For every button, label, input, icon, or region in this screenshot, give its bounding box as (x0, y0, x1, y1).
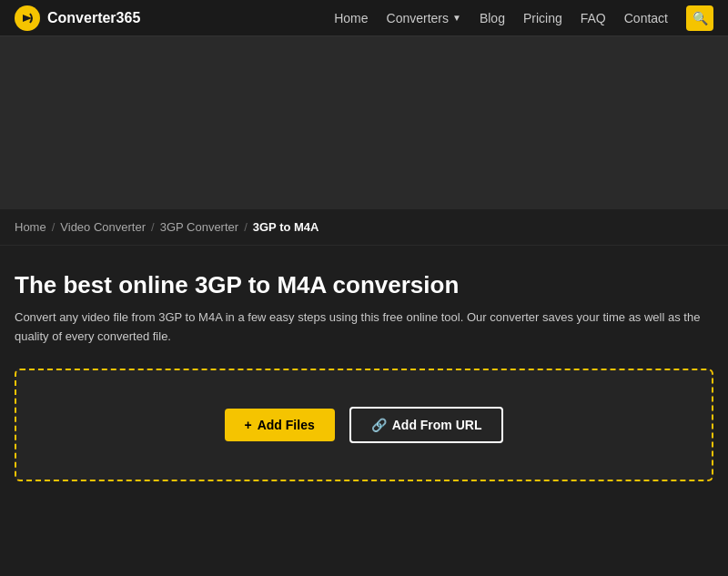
ad-banner (0, 36, 728, 209)
nav-converters[interactable]: Converters ▼ (387, 11, 461, 25)
logo[interactable]: Converter365 (15, 5, 140, 31)
site-header: Converter365 Home Converters ▼ Blog Pric… (0, 0, 728, 36)
logo-text: Converter365 (47, 10, 140, 26)
breadcrumb-separator-3: / (244, 220, 248, 234)
add-url-label: Add From URL (392, 418, 482, 432)
breadcrumb-separator-1: / (52, 220, 56, 234)
add-files-label: Add Files (258, 418, 315, 432)
breadcrumb: Home / Video Converter / 3GP Converter /… (0, 209, 728, 246)
page-description: Convert any video file from 3GP to M4A i… (15, 308, 706, 347)
page-title: The best online 3GP to M4A conversion (15, 271, 713, 299)
logo-icon (15, 5, 40, 31)
add-url-button[interactable]: 🔗 Add From URL (349, 407, 504, 443)
nav-faq[interactable]: FAQ (581, 11, 606, 25)
nav-contact[interactable]: Contact (624, 11, 668, 25)
breadcrumb-separator-2: / (151, 220, 155, 234)
main-content: The best online 3GP to M4A conversion Co… (0, 246, 728, 500)
main-nav: Home Converters ▼ Blog Pricing FAQ Conta… (334, 5, 713, 31)
breadcrumb-video-converter[interactable]: Video Converter (60, 220, 146, 234)
nav-home[interactable]: Home (334, 11, 368, 25)
breadcrumb-3gp-converter[interactable]: 3GP Converter (160, 220, 238, 234)
nav-converters-link[interactable]: Converters (387, 11, 449, 25)
search-button[interactable]: 🔍 (686, 5, 713, 31)
breadcrumb-current: 3GP to M4A (253, 220, 319, 234)
add-files-button[interactable]: + Add Files (225, 409, 335, 441)
breadcrumb-home[interactable]: Home (15, 220, 46, 234)
link-icon: 🔗 (371, 418, 387, 432)
nav-pricing[interactable]: Pricing (523, 11, 562, 25)
upload-box: + Add Files 🔗 Add From URL (15, 369, 713, 481)
nav-blog[interactable]: Blog (480, 11, 505, 25)
plus-icon: + (245, 418, 252, 432)
chevron-down-icon: ▼ (452, 13, 461, 23)
search-icon: 🔍 (693, 11, 708, 25)
